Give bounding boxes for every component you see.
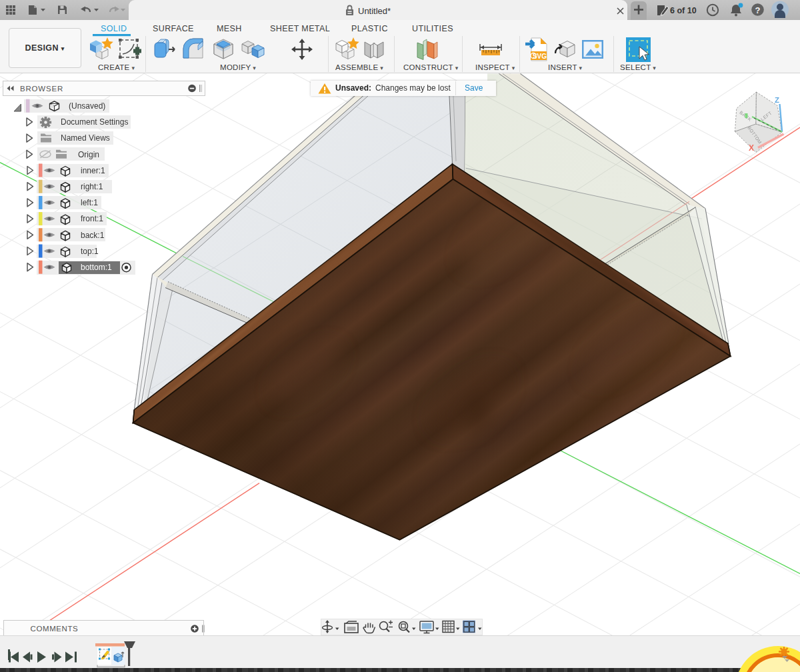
svg-text:X: X [749, 143, 754, 153]
svg-text:Untitled*: Untitled* [358, 6, 391, 16]
svg-text:Origin: Origin [78, 150, 99, 159]
svg-text:(Unsaved): (Unsaved) [69, 101, 105, 111]
svg-text:Named Views: Named Views [61, 133, 110, 143]
svg-text:6 of 10: 6 of 10 [670, 6, 697, 15]
svg-text:BROWSER: BROWSER [20, 85, 63, 93]
svg-text:Z: Z [775, 96, 779, 104]
svg-text:front:1: front:1 [81, 214, 103, 223]
svg-text:Document Settings: Document Settings [61, 117, 128, 127]
svg-text:right:1: right:1 [81, 182, 103, 191]
svg-text:inner:1: inner:1 [81, 166, 105, 175]
svg-text:bottom:1: bottom:1 [81, 263, 112, 272]
svg-text:?: ? [755, 5, 761, 15]
svg-text:top:1: top:1 [81, 247, 99, 256]
svg-text:back:1: back:1 [81, 231, 105, 240]
svg-text:left:1: left:1 [81, 198, 98, 207]
